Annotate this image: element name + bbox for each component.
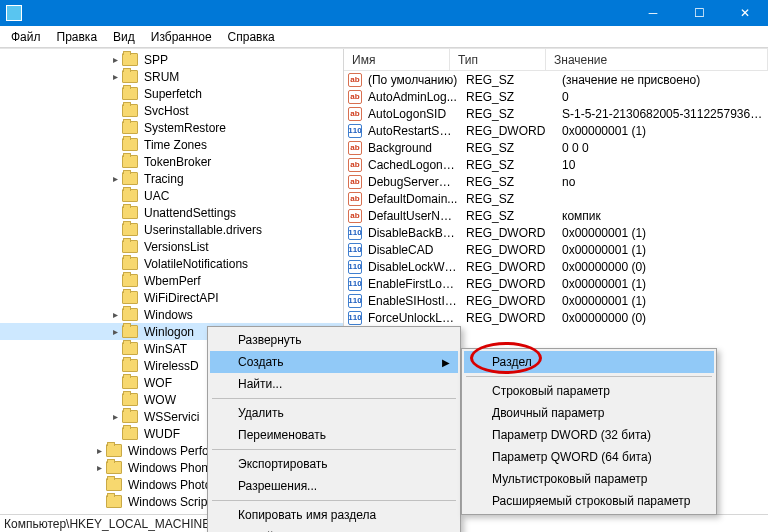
value-row[interactable]: 110DisableCADREG_DWORD0x00000001 (1)	[344, 241, 768, 258]
folder-icon	[122, 172, 138, 185]
value-row[interactable]: 110EnableFirstLogo...REG_DWORD0x00000001…	[344, 275, 768, 292]
folder-icon	[122, 291, 138, 304]
context-item[interactable]: Развернуть	[210, 329, 458, 351]
list-header: Имя Тип Значение	[344, 49, 768, 71]
folder-icon	[122, 393, 138, 406]
value-type-icon: 110	[348, 277, 362, 291]
col-value[interactable]: Значение	[546, 49, 768, 70]
tree-item[interactable]: VersionsList	[0, 238, 343, 255]
tree-item[interactable]: SystemRestore	[0, 119, 343, 136]
value-row[interactable]: abAutoAdminLog...REG_SZ0	[344, 88, 768, 105]
tree-item[interactable]: VolatileNotifications	[0, 255, 343, 272]
tree-item-label: Tracing	[142, 172, 186, 186]
value-row[interactable]: abBackgroundREG_SZ0 0 0	[344, 139, 768, 156]
context-item[interactable]: Копировать имя раздела	[210, 504, 458, 526]
context-item[interactable]: Строковый параметр	[464, 380, 714, 402]
expand-toggle[interactable]: ▸	[108, 326, 122, 337]
tree-item[interactable]: UAC	[0, 187, 343, 204]
value-name: DefaultUserName	[364, 209, 462, 223]
value-name: DisableBackButt...	[364, 226, 462, 240]
value-row[interactable]: abAutoLogonSIDREG_SZS-1-5-21-2130682005-…	[344, 105, 768, 122]
tree-item[interactable]: UnattendSettings	[0, 204, 343, 221]
value-row[interactable]: 110DisableLockWor...REG_DWORD0x00000000 …	[344, 258, 768, 275]
context-item[interactable]: Параметр DWORD (32 бита)	[464, 424, 714, 446]
maximize-button[interactable]: ☐	[676, 0, 722, 26]
tree-item[interactable]: Time Zones	[0, 136, 343, 153]
value-row[interactable]: 110ForceUnlockLo...REG_DWORD0x00000000 (…	[344, 309, 768, 326]
close-button[interactable]: ✕	[722, 0, 768, 26]
value-name: DisableCAD	[364, 243, 462, 257]
tree-item[interactable]: Superfetch	[0, 85, 343, 102]
col-type[interactable]: Тип	[450, 49, 546, 70]
menu-view[interactable]: Вид	[106, 28, 142, 46]
context-item-label: Разрешения...	[238, 479, 317, 493]
context-menu-create: РазделСтроковый параметрДвоичный парамет…	[461, 348, 717, 515]
expand-toggle[interactable]: ▸	[92, 462, 106, 473]
value-type-icon: ab	[348, 141, 362, 155]
col-name[interactable]: Имя	[344, 49, 450, 70]
expand-toggle[interactable]: ▸	[108, 411, 122, 422]
value-type: REG_DWORD	[462, 124, 558, 138]
tree-item[interactable]: ▸SRUM	[0, 68, 343, 85]
value-name: EnableFirstLogo...	[364, 277, 462, 291]
expand-toggle[interactable]: ▸	[108, 71, 122, 82]
expand-toggle[interactable]: ▸	[108, 54, 122, 65]
tree-item-label: UnattendSettings	[142, 206, 238, 220]
context-item[interactable]: Экспортировать	[210, 453, 458, 475]
tree-item[interactable]: SvcHost	[0, 102, 343, 119]
folder-icon	[122, 427, 138, 440]
tree-item[interactable]: WiFiDirectAPI	[0, 289, 343, 306]
context-item[interactable]: Найти...	[210, 373, 458, 395]
tree-item[interactable]: ▸SPP	[0, 51, 343, 68]
value-row[interactable]: 110EnableSIHostInt...REG_DWORD0x00000001…	[344, 292, 768, 309]
value-name: DebugServerCo...	[364, 175, 462, 189]
context-item[interactable]: Параметр QWORD (64 бита)	[464, 446, 714, 468]
value-row[interactable]: abDebugServerCo...REG_SZno	[344, 173, 768, 190]
context-item[interactable]: Переименовать	[210, 424, 458, 446]
value-row[interactable]: ab(По умолчанию)REG_SZ(значение не присв…	[344, 71, 768, 88]
context-item[interactable]: Перейти в раздел HKEY_CURRENT_USER	[210, 526, 458, 532]
value-row[interactable]: abCachedLogons...REG_SZ10	[344, 156, 768, 173]
tree-item[interactable]: ▸Tracing	[0, 170, 343, 187]
minimize-button[interactable]: ─	[630, 0, 676, 26]
value-name: CachedLogons...	[364, 158, 462, 172]
value-row[interactable]: abDefaultDomain...REG_SZ	[344, 190, 768, 207]
tree-item-label: VersionsList	[142, 240, 211, 254]
value-name: DefaultDomain...	[364, 192, 462, 206]
expand-toggle[interactable]: ▸	[108, 173, 122, 184]
context-item[interactable]: Создать▶	[210, 351, 458, 373]
context-item[interactable]: Расширяемый строковый параметр	[464, 490, 714, 512]
value-type-icon: ab	[348, 175, 362, 189]
tree-item-label: Windows Phone	[126, 461, 217, 475]
value-row[interactable]: 110AutoRestartShellREG_DWORD0x00000001 (…	[344, 122, 768, 139]
tree-item[interactable]: TokenBroker	[0, 153, 343, 170]
folder-icon	[106, 495, 122, 508]
value-row[interactable]: abDefaultUserNameREG_SZкомпик	[344, 207, 768, 224]
tree-item[interactable]: WbemPerf	[0, 272, 343, 289]
expand-toggle[interactable]: ▸	[108, 309, 122, 320]
expand-toggle[interactable]: ▸	[92, 445, 106, 456]
context-separator	[212, 449, 456, 450]
menu-file[interactable]: Файл	[4, 28, 48, 46]
folder-icon	[122, 138, 138, 151]
status-path: Компьютер\HKEY_LOCAL_MACHINE\S	[4, 517, 222, 531]
context-item[interactable]: Удалить	[210, 402, 458, 424]
context-item[interactable]: Раздел	[464, 351, 714, 373]
folder-icon	[122, 359, 138, 372]
value-data: 0x00000001 (1)	[558, 243, 768, 257]
value-type: REG_SZ	[462, 158, 558, 172]
tree-item[interactable]: ▸Windows	[0, 306, 343, 323]
context-menu-main: РазвернутьСоздать▶Найти...УдалитьПереиме…	[207, 326, 461, 532]
menu-edit[interactable]: Правка	[50, 28, 105, 46]
value-row[interactable]: 110DisableBackButt...REG_DWORD0x00000001…	[344, 224, 768, 241]
context-item[interactable]: Двоичный параметр	[464, 402, 714, 424]
context-item-label: Копировать имя раздела	[238, 508, 376, 522]
context-item[interactable]: Мультистроковый параметр	[464, 468, 714, 490]
context-item-label: Расширяемый строковый параметр	[492, 494, 690, 508]
menu-help[interactable]: Справка	[221, 28, 282, 46]
menu-favorites[interactable]: Избранное	[144, 28, 219, 46]
value-type: REG_DWORD	[462, 277, 558, 291]
context-item[interactable]: Разрешения...	[210, 475, 458, 497]
tree-item-label: UAC	[142, 189, 171, 203]
tree-item[interactable]: Userinstallable.drivers	[0, 221, 343, 238]
